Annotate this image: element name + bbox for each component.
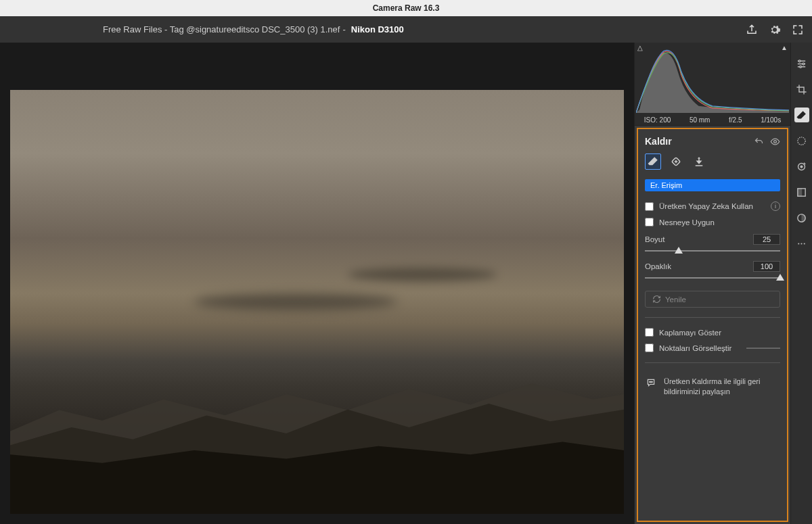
file-info: Free Raw Files - Tag @signatureeditsco D… [103, 24, 404, 34]
separator: - [342, 24, 345, 34]
meta-iso: ISO: 200 [644, 116, 671, 124]
opacity-input[interactable] [753, 261, 780, 272]
svg-point-10 [800, 166, 803, 168]
svg-point-2 [650, 381, 650, 382]
early-access-chip[interactable]: Er. Erişim [645, 179, 780, 191]
svg-point-14 [798, 243, 799, 244]
svg-point-6 [803, 63, 805, 65]
refresh-label: Yenile [665, 295, 686, 304]
image-canvas-area[interactable] [0, 43, 634, 524]
clone-tool-icon[interactable] [691, 153, 707, 170]
opacity-slider[interactable] [645, 273, 780, 283]
svg-point-8 [798, 137, 805, 144]
refresh-button[interactable]: Yenile [645, 291, 780, 308]
export-icon[interactable] [746, 24, 758, 36]
camera-model: Nikon D3100 [351, 24, 404, 34]
heal-tool-icon[interactable] [668, 153, 684, 170]
size-slider[interactable] [645, 246, 780, 256]
heal-remove-icon[interactable] [794, 108, 809, 122]
mask-icon[interactable] [794, 133, 809, 148]
panel-title: Kaldır [645, 136, 748, 147]
svg-point-16 [804, 243, 805, 244]
app-title: Camera Raw 16.3 [373, 3, 440, 13]
svg-point-4 [652, 381, 652, 382]
feedback-text[interactable]: Üretken Kaldırma ile ilgili geri bildiri… [664, 377, 780, 397]
ai-checkbox[interactable] [645, 202, 654, 211]
svg-point-5 [798, 59, 800, 62]
object-aware-checkbox[interactable] [645, 218, 654, 227]
histogram[interactable]: △ ▲ ISO: 200 50 mm f/2.5 1/100s [635, 43, 790, 126]
eraser-tool-icon[interactable] [645, 153, 661, 170]
eye-icon[interactable] [769, 136, 780, 147]
snapshot-icon[interactable] [794, 210, 809, 225]
gear-icon[interactable] [769, 24, 781, 36]
overlay-checkbox[interactable] [645, 328, 654, 337]
file-header: Free Raw Files - Tag @signatureeditsco D… [0, 16, 812, 43]
size-input[interactable] [753, 234, 780, 245]
presets-icon[interactable] [794, 185, 809, 199]
remove-panel: Kaldır Er. Erişim [637, 128, 788, 522]
points-slider[interactable] [746, 348, 780, 349]
edit-sliders-icon[interactable] [794, 56, 809, 71]
fullscreen-icon[interactable] [792, 24, 804, 36]
file-name: Free Raw Files - Tag @signatureeditsco D… [103, 24, 340, 34]
meta-aperture: f/2.5 [729, 116, 742, 124]
feedback-icon [645, 378, 657, 387]
info-icon[interactable]: i [771, 201, 780, 211]
svg-point-15 [800, 243, 802, 244]
svg-point-7 [800, 66, 802, 68]
more-icon[interactable] [794, 236, 809, 251]
ai-label: Üretken Yapay Zeka Kullan [659, 202, 753, 210]
undo-icon[interactable] [753, 136, 764, 147]
size-label: Boyut [645, 235, 753, 243]
svg-point-0 [773, 140, 776, 143]
meta-shutter: 1/100s [761, 116, 781, 124]
points-checkbox[interactable] [645, 343, 654, 352]
tool-strip [790, 43, 812, 524]
overlay-label: Kaplamayı Göster [659, 329, 780, 337]
crop-icon[interactable] [794, 82, 809, 97]
points-label: Noktaları Görselleştir [659, 344, 741, 352]
meta-focal: 50 mm [690, 116, 710, 124]
object-aware-label: Nesneye Uygun [659, 218, 715, 227]
svg-rect-12 [798, 188, 802, 195]
image-preview[interactable] [10, 90, 624, 514]
svg-point-3 [650, 381, 651, 382]
window-titlebar: Camera Raw 16.3 [0, 0, 812, 16]
redeye-icon[interactable] [794, 159, 809, 174]
opacity-label: Opaklık [645, 262, 753, 270]
